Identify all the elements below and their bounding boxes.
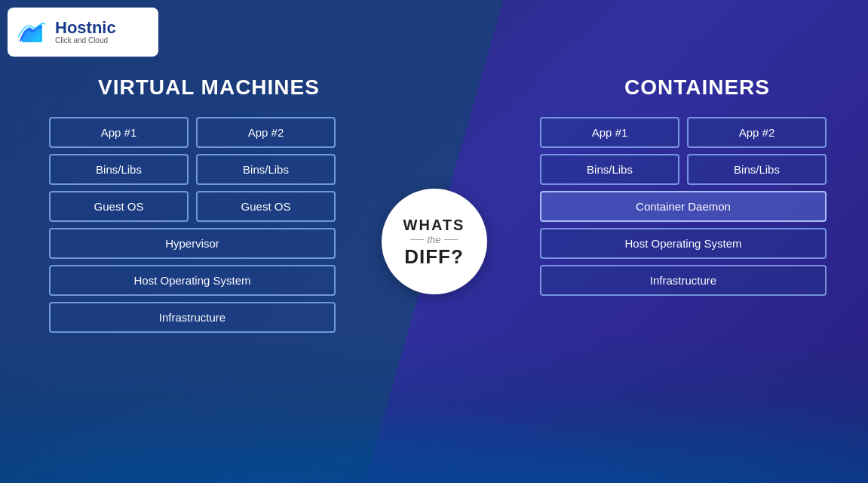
logo: Hostnic Click and Cloud	[8, 8, 158, 57]
containers-boxes: App #1 App #2 Bins/Libs Bins/Libs Contai…	[540, 117, 827, 302]
center-circle: WHATS the DIFF?	[382, 189, 487, 294]
vm-row-2: Bins/Libs Bins/Libs	[49, 154, 336, 185]
vm-app1-box: App #1	[49, 117, 189, 148]
circle-whats-text: WHATS	[403, 217, 465, 232]
ct-bins1-box: Bins/Libs	[540, 154, 679, 185]
vm-row-1: App #1 App #2	[49, 117, 336, 148]
ct-bins2-box: Bins/Libs	[687, 154, 827, 185]
ct-app1-box: App #1	[540, 117, 679, 148]
logo-tagline: Click and Cloud	[55, 36, 116, 45]
vm-guestos1-box: Guest OS	[49, 191, 189, 222]
ct-row-1: App #1 App #2	[540, 117, 827, 148]
containers-section-title: CONTAINERS	[624, 75, 770, 100]
logo-name: Hostnic	[55, 20, 116, 36]
ct-daemon-box: Container Daemon	[540, 191, 827, 222]
circle-the-text: the	[410, 234, 457, 245]
vm-boxes: App #1 App #2 Bins/Libs Bins/Libs Guest …	[49, 117, 336, 339]
ct-app2-box: App #2	[687, 117, 827, 148]
ct-infrastructure-box: Infrastructure	[540, 265, 827, 296]
vm-hypervisor-box: Hypervisor	[49, 228, 336, 259]
ct-row-2: Bins/Libs Bins/Libs	[540, 154, 827, 185]
ct-hostos-box: Host Operating System	[540, 228, 827, 259]
vm-app2-box: App #2	[196, 117, 336, 148]
vm-guestos2-box: Guest OS	[196, 191, 336, 222]
vm-section-title: VIRTUAL MACHINES	[98, 75, 320, 100]
vm-bins2-box: Bins/Libs	[196, 154, 336, 185]
vm-row-3: Guest OS Guest OS	[49, 191, 336, 222]
vm-infrastructure-box: Infrastructure	[49, 302, 336, 333]
logo-icon	[15, 15, 49, 49]
logo-text: Hostnic Click and Cloud	[55, 20, 116, 45]
vm-bins1-box: Bins/Libs	[49, 154, 189, 185]
circle-diff-text: DIFF?	[404, 247, 464, 266]
vm-hostos-box: Host Operating System	[49, 265, 336, 296]
